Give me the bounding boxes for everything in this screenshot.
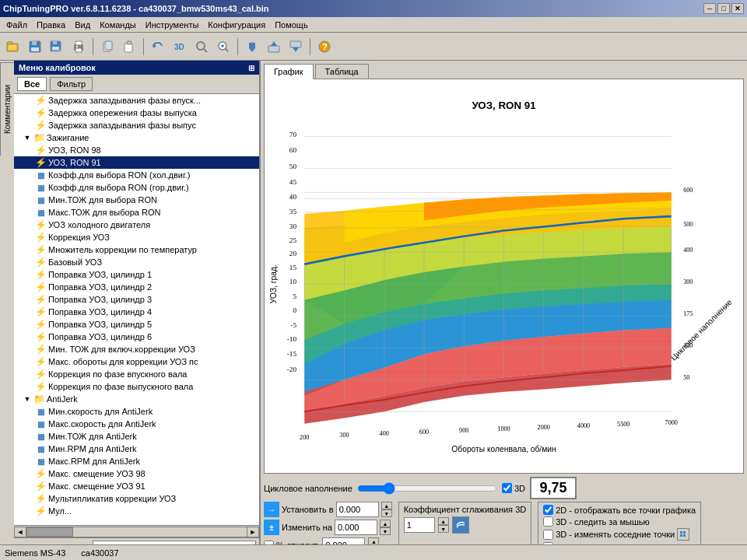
smooth-spin-down[interactable]: ▼ [438,525,449,533]
tree-item-selected[interactable]: ⚡ УОЗ, RON 91 [14,156,259,169]
tab-table[interactable]: Таблица [315,64,369,79]
menu-tools[interactable]: Инструменты [141,19,204,31]
tree-item[interactable]: ▦ Макс.скорость для AntiJerk [14,418,259,430]
tree-item[interactable]: ▦ Мин.ТОЖ для выбора RON [14,194,259,206]
svg-text:175: 175 [683,310,693,317]
tree-item-folder[interactable]: ▼ 📁 AntiJerk [14,393,259,405]
3d-checkbox-label: 3D [502,483,525,493]
menu-edit[interactable]: Правка [32,19,70,31]
tab-graph[interactable]: График [264,64,314,79]
neighbors-settings-button[interactable] [677,528,689,541]
toolbar-open[interactable] [3,37,23,57]
set-input[interactable] [336,502,379,517]
tree-item[interactable]: ⚡ Базовый УОЗ [14,256,259,268]
toolbar-help[interactable]: ? [314,37,335,57]
tree-item[interactable]: ⚡ Макс. смещение УОЗ 91 [14,480,259,492]
tree-item[interactable]: ▦ Мин.RPM для AntiJerk [14,443,259,455]
tree-item[interactable]: ⚡ Поправка УОЗ, цилиндр 1 [14,268,259,281]
tree-item[interactable]: ⚡ Поправка УОЗ, цилиндр 6 [14,331,259,343]
toolbar-3d[interactable]: 3D [170,37,190,57]
filter-button[interactable]: Фильтр [50,77,93,91]
menu-commands[interactable]: Команды [95,19,141,31]
toolbar-print[interactable] [68,37,89,57]
tree-item[interactable]: ▦ Макс.RPM для AntiJerk [14,455,259,467]
tree-label: УОЗ, RON 98 [48,145,101,155]
smooth-spin-up[interactable]: ▲ [438,517,449,525]
toolbar-undo[interactable] [148,37,168,57]
toolbar-arrow-down[interactable] [242,37,262,57]
tree-item[interactable]: ⚡ Коррекция по фазе выпускного вала [14,380,259,393]
minimize-button[interactable]: ─ [703,3,716,14]
folder-icon: 📁 [33,393,45,405]
calibrations-title: Меню калибровок [19,63,96,72]
tree-item[interactable]: ⚡ УОЗ, RON 98 [14,144,259,156]
tree-item[interactable]: ⚡ Задержка запаздывания фазы выпус [14,119,259,131]
pin-button[interactable]: ⊞ [248,64,254,72]
horizontal-scrollbar[interactable]: ◄ ► [14,525,259,537]
map-icon: ⚡ [34,156,47,169]
menu-config[interactable]: Конфигурация [203,19,270,31]
set-spin-up[interactable]: ▲ [381,502,392,509]
tree-item[interactable]: ⚡ Поправка УОЗ, цилиндр 5 [14,318,259,331]
toolbar-copy[interactable] [97,37,117,57]
cycle-slider[interactable] [357,482,497,495]
option-3d-neighbors-checkbox[interactable] [543,530,553,540]
tree-item[interactable]: ⚡ Задержка опережения фазы выпуска [14,107,259,119]
change-spin-down[interactable]: ▼ [380,527,391,535]
option-3d-mouse-checkbox[interactable] [543,516,553,527]
side-comments[interactable]: Комментарии [0,62,14,156]
option-2d-all-checkbox[interactable] [543,505,553,515]
filter-all-button[interactable]: Все [17,77,47,91]
smooth-apply-button[interactable] [452,516,469,534]
toolbar-export[interactable] [264,37,284,57]
change-input[interactable] [335,520,377,535]
tree-item[interactable]: ⚡ Поправка УОЗ, цилиндр 3 [14,293,259,306]
tree-item-folder[interactable]: ▼ 📁 Зажигание [14,131,259,144]
svg-text:5500: 5500 [617,421,630,428]
calibrations-header: Меню калибровок ⊞ [14,61,259,75]
map-icon: ⚡ [34,492,47,505]
menu-help[interactable]: Помощь [270,19,313,31]
tree-item[interactable]: ▦ Коэфф.для выбора RON (гор.двиг.) [14,181,259,194]
close-button[interactable]: ✕ [731,3,744,14]
tree-container[interactable]: ⚡ Задержка запаздывания фазы впуск... ⚡ … [14,94,259,525]
option-3d-neighbors-label: 3D - изменять соседние точки [543,528,696,541]
tree-item[interactable]: ⚡ Поправка УОЗ, цилиндр 2 [14,281,259,293]
maximize-button[interactable]: □ [717,3,730,14]
svg-text:50: 50 [289,163,297,170]
tree-label: Мин.скорость для AntiJerk [48,407,153,416]
tree-item[interactable]: ⚡ Макс. обороты для коррекции УОЗ пс [14,355,259,368]
toolbar-zoom[interactable] [213,37,233,57]
toolbar-save-all[interactable] [47,37,67,57]
3d-checkbox[interactable] [502,483,512,493]
smooth-input[interactable] [404,517,435,533]
tree-item[interactable]: ▦ Мин.ТОЖ для AntiJerk [14,430,259,443]
tree-item[interactable]: ⚡ Мультипликатив коррекции УОЗ [14,492,259,505]
scroll-thumb[interactable] [26,527,73,537]
tree-item[interactable]: ⚡ Мин. ТОЖ для включ.коррекции УОЗ [14,343,259,355]
tree-item[interactable]: ⚡ Множитель коррекции по температур [14,243,259,256]
toolbar-search[interactable] [191,37,212,57]
set-spin-down[interactable]: ▼ [381,509,392,517]
tree-item[interactable]: ▦ Мин.скорость для AntiJerk [14,405,259,418]
menu-view[interactable]: Вид [70,19,95,31]
tree-item[interactable]: ⚡ Задержка запаздывания фазы впуск... [14,94,259,107]
scroll-right-btn[interactable]: ► [247,527,259,537]
tree-item[interactable]: ⚡ Поправка УОЗ, цилиндр 4 [14,306,259,318]
tree-item[interactable]: ⚡ Коррекция по фазе впускного вала [14,368,259,380]
toolbar-paste[interactable] [119,37,139,57]
change-spin-up[interactable]: ▲ [380,520,391,527]
toolbar-import[interactable] [286,37,306,57]
chart-svg: УОЗ, RON 91 УОЗ, град. Обороты коленвала… [265,79,743,473]
map-icon: ⚡ [34,318,47,331]
menu-file[interactable]: Файл [2,19,32,31]
tree-item[interactable]: ▦ Макс.ТОЖ для выбора RON [14,206,259,219]
tree-item[interactable]: ⚡ УОЗ холодного двигателя [14,219,259,231]
tree-item[interactable]: ⚡ Мул... [14,505,259,517]
tree-item[interactable]: ▦ Коэфф.для выбора RON (хол.двиг.) [14,169,259,181]
toolbar-save[interactable] [25,37,45,57]
scroll-left-btn[interactable]: ◄ [14,527,26,537]
svg-rect-11 [75,41,82,45]
tree-item[interactable]: ⚡ Макс. смещение УОЗ 98 [14,467,259,480]
tree-item[interactable]: ⚡ Коррекция УОЗ [14,231,259,243]
